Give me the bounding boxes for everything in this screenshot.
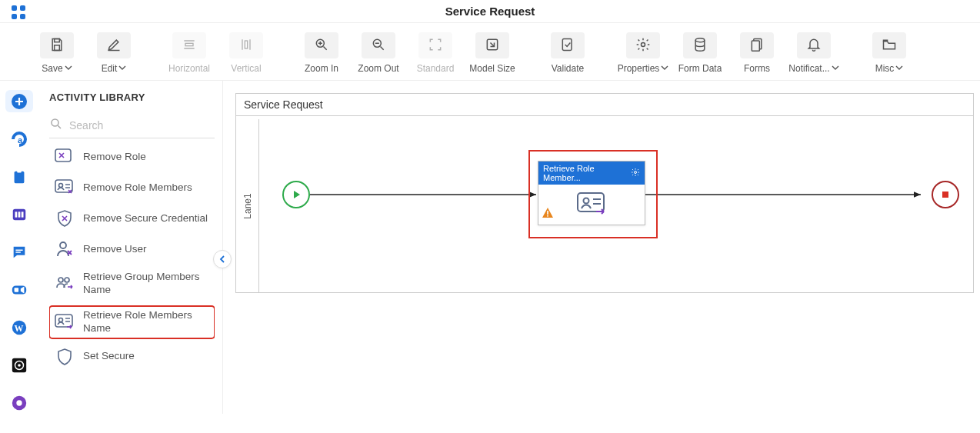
svg-point-44 [635, 172, 637, 174]
lib-item-set-secure[interactable]: Set Secure [49, 345, 215, 369]
svg-point-30 [18, 364, 21, 367]
chevron-down-icon [65, 63, 72, 74]
id-card-arrow-icon [54, 313, 75, 331]
activity-node-highlight: Retrieve Role Member... [528, 150, 658, 238]
svg-point-41 [59, 318, 63, 321]
svg-rect-1 [20, 5, 25, 11]
gear-icon [635, 37, 651, 55]
svg-text:W: W [15, 322, 24, 333]
zoom-out-button[interactable]: Zoom Out [352, 32, 405, 74]
svg-rect-21 [15, 212, 18, 217]
svg-point-37 [60, 242, 66, 248]
svg-rect-47 [547, 211, 548, 215]
save-icon [49, 37, 65, 55]
rail-clipboard-button[interactable] [5, 165, 33, 188]
rail-support-button[interactable] [5, 391, 33, 414]
svg-rect-2 [12, 14, 17, 19]
search-input[interactable] [69, 119, 215, 132]
end-event-node[interactable] [932, 181, 959, 208]
zoom-in-icon [314, 37, 329, 55]
left-rail: a W [0, 81, 38, 414]
lib-item-remove-role[interactable]: Remove Role [49, 145, 215, 169]
zoom-in-button[interactable]: Zoom In [295, 32, 348, 74]
rail-chat-button[interactable] [5, 241, 33, 263]
app-grid-icon[interactable] [11, 5, 26, 22]
library-title: ACTIVITY LIBRARY [49, 92, 215, 103]
svg-rect-7 [245, 41, 247, 48]
id-card-arrow-icon [576, 192, 607, 218]
rail-target-button[interactable] [5, 354, 33, 376]
lane-header[interactable]: Lane1 [236, 119, 259, 292]
svg-rect-40 [55, 315, 72, 327]
page-title: Service Request [0, 5, 980, 18]
forms-button[interactable]: Forms [731, 32, 783, 74]
svg-rect-23 [22, 212, 24, 217]
svg-rect-5 [55, 45, 60, 50]
svg-rect-6 [185, 43, 193, 45]
svg-text:a: a [18, 135, 23, 145]
shield-icon [54, 348, 75, 366]
svg-rect-18 [15, 171, 25, 183]
rail-wordpress-button[interactable]: W [5, 316, 33, 338]
edit-button[interactable]: Edit [88, 32, 140, 74]
lib-item-remove-role-members[interactable]: Remove Role Members [49, 175, 215, 200]
user-x-icon [54, 240, 75, 258]
svg-point-38 [58, 278, 63, 282]
folder-icon [882, 37, 897, 55]
lib-item-retrieve-group-members-name[interactable]: Retrieve Group Members Name [49, 268, 215, 300]
lib-item-remove-user[interactable]: Remove User [49, 237, 215, 261]
svg-rect-25 [15, 288, 18, 292]
svg-rect-15 [752, 41, 759, 51]
align-horizontal-button: Horizontal [163, 32, 215, 74]
shield-x-icon [54, 209, 75, 228]
svg-rect-3 [20, 14, 25, 19]
zoom-standard-button: Standard [409, 32, 462, 74]
lane-label: Lane1 [242, 193, 253, 218]
align-vertical-button: Vertical [220, 32, 272, 74]
forms-icon [749, 37, 765, 55]
svg-point-32 [16, 400, 22, 405]
chevron-down-icon [832, 63, 839, 74]
rail-a-button[interactable]: a [5, 128, 33, 150]
expand-icon [485, 37, 500, 55]
svg-point-36 [59, 184, 63, 188]
chevron-down-icon [661, 63, 668, 74]
edit-icon [106, 37, 122, 55]
form-data-button[interactable]: Form Data [674, 32, 726, 74]
validate-icon [560, 37, 575, 55]
svg-rect-4 [55, 38, 60, 42]
lib-item-retrieve-role-members-name[interactable]: Retrieve Role Members Name [49, 306, 215, 338]
align-horizontal-icon [182, 37, 197, 55]
process-canvas[interactable]: Service Request Lane1 Retrieve Role Memb… [223, 81, 980, 414]
svg-rect-11 [562, 38, 572, 50]
svg-rect-0 [12, 5, 17, 11]
rail-columns-button[interactable] [5, 203, 33, 225]
notifications-button[interactable]: Notificat... [788, 32, 840, 74]
svg-point-33 [52, 119, 58, 126]
gear-icon[interactable] [631, 168, 640, 178]
toolbar: Save Edit Horizontal Vertical Zoom In Zo… [0, 23, 980, 81]
warning-icon [542, 207, 554, 221]
svg-rect-22 [18, 212, 21, 217]
validate-button[interactable]: Validate [542, 32, 594, 74]
svg-rect-45 [578, 193, 604, 212]
svg-point-39 [65, 278, 69, 282]
chevron-down-icon [895, 63, 903, 74]
activity-library-panel: ACTIVITY LIBRARY Remove Role Remove Role… [38, 81, 223, 414]
model-size-button[interactable]: Model Size [466, 32, 518, 74]
svg-point-13 [695, 38, 705, 42]
rail-add-button[interactable] [5, 90, 33, 112]
misc-button[interactable]: Misc [863, 32, 915, 74]
chevron-down-icon [118, 63, 126, 74]
svg-rect-34 [55, 149, 71, 162]
properties-button[interactable]: Properties [617, 32, 669, 74]
canvas-title: Service Request [236, 94, 973, 116]
align-vertical-icon [238, 37, 254, 55]
rail-video-button[interactable] [5, 278, 33, 301]
activity-node-retrieve-role-members[interactable]: Retrieve Role Member... [538, 161, 645, 225]
lib-item-remove-secure-credential[interactable]: Remove Secure Credential [49, 206, 215, 231]
svg-rect-49 [942, 192, 948, 198]
bell-icon [806, 37, 822, 55]
start-event-node[interactable] [282, 181, 310, 208]
save-button[interactable]: Save [31, 32, 83, 74]
